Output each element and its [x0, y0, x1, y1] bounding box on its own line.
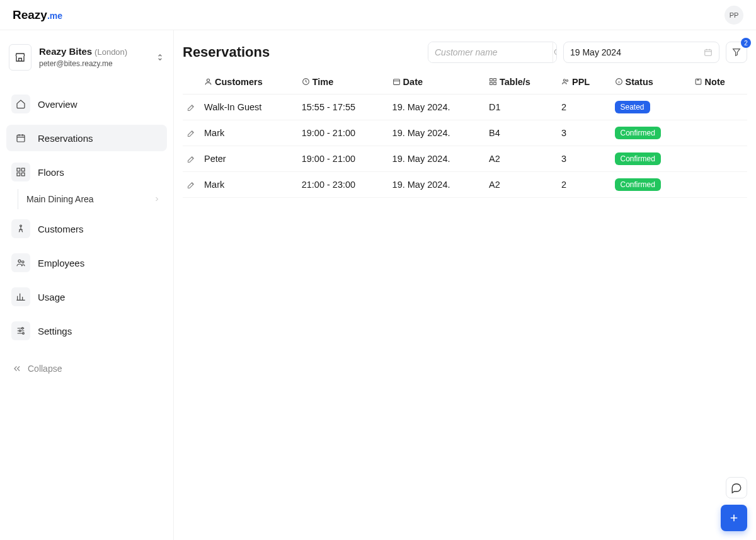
chevron-right-icon [153, 195, 161, 203]
nav-label: Usage [38, 292, 65, 302]
status-badge: Confirmed [615, 178, 661, 191]
cell-ppl: 3 [558, 120, 610, 146]
col-date[interactable]: Date [389, 72, 485, 95]
edit-icon[interactable] [183, 146, 200, 172]
org-email: peter@bites.reazy.me [39, 59, 148, 68]
cell-customer: Mark [200, 172, 298, 198]
org-switcher[interactable]: Reazy Bites (London) peter@bites.reazy.m… [6, 42, 167, 73]
user-icon [204, 78, 212, 88]
cell-date: 19. May 2024. [389, 172, 485, 198]
col-tables[interactable]: Table/s [485, 72, 558, 95]
cell-table: B4 [485, 120, 558, 146]
nav-floors[interactable]: Floors [6, 159, 167, 185]
svg-point-9 [19, 330, 21, 332]
nav-label: Reservations [38, 133, 93, 144]
cell-note [690, 120, 747, 146]
nav-label: Floors [38, 167, 64, 178]
cell-table: A2 [485, 172, 558, 198]
cell-status: Confirmed [611, 120, 690, 146]
main-content: Reservations 19 May 2024 2 Customer [174, 30, 756, 540]
team-icon [11, 253, 30, 272]
people-icon [561, 78, 570, 88]
calendar-icon [704, 48, 713, 57]
cell-time: 19:00 - 21:00 [298, 120, 389, 146]
nav-label: Employees [38, 258, 84, 268]
cell-customer: Mark [200, 120, 298, 146]
date-value: 19 May 2024 [570, 47, 621, 57]
svg-point-5 [20, 225, 22, 227]
cell-date: 19. May 2024. [389, 146, 485, 172]
cell-status: Seated [611, 95, 690, 120]
edit-icon[interactable] [183, 120, 200, 146]
cell-table: A2 [485, 146, 558, 172]
svg-point-6 [18, 260, 21, 262]
cell-time: 15:55 - 17:55 [298, 95, 389, 120]
nav-label: Customers [38, 224, 84, 234]
filter-icon [731, 47, 742, 57]
col-status[interactable]: Status [611, 72, 690, 95]
col-customers[interactable]: Customers [200, 72, 298, 95]
cell-table: D1 [485, 95, 558, 120]
nav-usage[interactable]: Usage [6, 284, 167, 310]
nav-floors-sub[interactable]: Main Dining Area [6, 189, 167, 209]
svg-rect-19 [494, 83, 496, 85]
store-icon [9, 44, 32, 71]
nav-label: Overview [38, 99, 77, 110]
grid-icon [489, 78, 497, 88]
org-text: Reazy Bites (London) peter@bites.reazy.m… [39, 46, 148, 68]
svg-point-20 [563, 79, 565, 81]
chat-button[interactable] [726, 477, 747, 498]
sliders-icon [11, 321, 30, 340]
svg-rect-15 [393, 79, 399, 85]
col-time[interactable]: Time [298, 72, 389, 95]
nav-overview[interactable]: Overview [6, 91, 167, 117]
svg-point-13 [207, 79, 209, 81]
nav-customers[interactable]: Customers [6, 215, 167, 242]
person-icon [11, 219, 30, 238]
status-badge: Seated [615, 101, 650, 113]
table-row[interactable]: Mark19:00 - 21:0019. May 2024.B43Confirm… [183, 120, 747, 146]
org-name: Reazy Bites [39, 46, 92, 57]
cell-time: 19:00 - 21:00 [298, 146, 389, 172]
collapse-button[interactable]: Collapse [6, 360, 167, 377]
nav-reservations[interactable]: Reservations [6, 125, 167, 151]
col-note[interactable]: Note [690, 72, 747, 95]
status-badge: Confirmed [615, 152, 661, 165]
add-reservation-button[interactable] [721, 505, 747, 531]
topbar: Reazy.me PP [0, 0, 756, 30]
edit-icon[interactable] [183, 172, 200, 198]
filter-count-badge: 2 [741, 38, 751, 48]
search-icon[interactable] [553, 42, 557, 62]
home-icon [11, 95, 30, 113]
table-row[interactable]: Walk-In Guest15:55 - 17:5519. May 2024.D… [183, 95, 747, 120]
main-header: Reservations 19 May 2024 2 [183, 42, 747, 63]
search-input[interactable] [428, 42, 553, 62]
cell-customer: Walk-In Guest [200, 95, 298, 120]
svg-point-7 [22, 261, 24, 263]
table-row[interactable]: Peter19:00 - 21:0019. May 2024.A23Confir… [183, 146, 747, 172]
nav-settings[interactable]: Settings [6, 318, 167, 344]
chevron-updown-icon [156, 52, 164, 63]
reservations-table: Customers Time Date Table/s PPL Status N… [183, 72, 747, 198]
customer-search[interactable] [428, 42, 557, 63]
edit-icon[interactable] [183, 95, 200, 120]
nav-employees[interactable]: Employees [6, 250, 167, 276]
svg-rect-17 [494, 79, 496, 81]
user-avatar[interactable]: PP [724, 6, 743, 25]
cell-status: Confirmed [611, 146, 690, 172]
grid-icon [11, 163, 30, 181]
cell-time: 21:00 - 23:00 [298, 172, 389, 198]
app-logo[interactable]: Reazy.me [13, 8, 62, 22]
chevron-double-left-icon [13, 364, 21, 373]
nav-label: Settings [38, 326, 72, 336]
cell-date: 19. May 2024. [389, 95, 485, 120]
filter-button[interactable]: 2 [726, 42, 747, 63]
cell-date: 19. May 2024. [389, 120, 485, 146]
col-ppl[interactable]: PPL [558, 72, 610, 95]
svg-point-21 [566, 80, 568, 82]
date-picker[interactable]: 19 May 2024 [563, 42, 719, 63]
table-row[interactable]: Mark21:00 - 23:0019. May 2024.A22Confirm… [183, 172, 747, 198]
svg-point-10 [23, 333, 25, 335]
chart-icon [11, 287, 30, 306]
cell-note [690, 172, 747, 198]
